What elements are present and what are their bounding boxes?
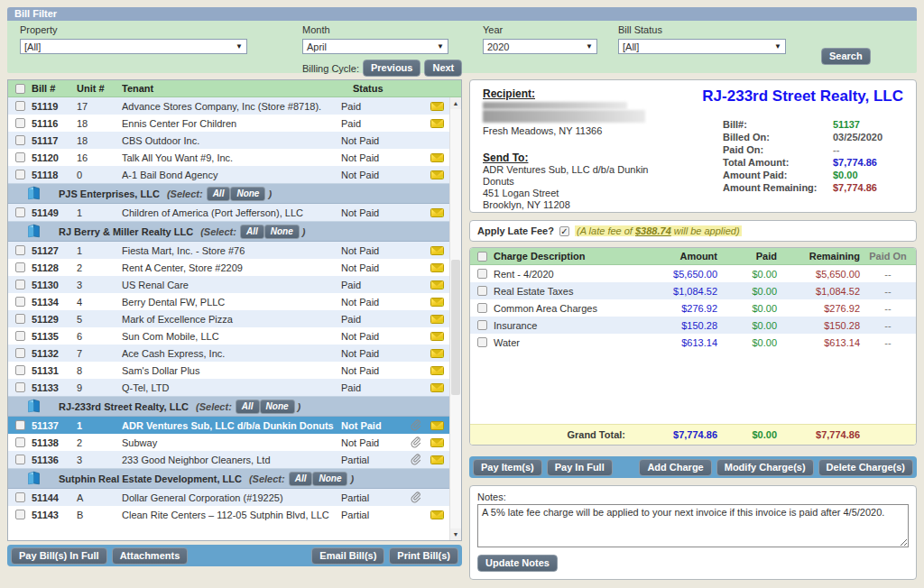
- email-envelope-icon[interactable]: [430, 366, 444, 375]
- table-row[interactable]: 51134 4 Berry Dental FW, PLLC Not Paid: [8, 293, 449, 310]
- charge-checkbox[interactable]: [477, 320, 487, 330]
- email-envelope-icon[interactable]: [430, 246, 444, 255]
- table-row[interactable]: 51128 2 Rent A Center, Store #2209 Not P…: [8, 259, 449, 276]
- email-envelope-icon[interactable]: [430, 332, 444, 341]
- bill-list-scrollbar[interactable]: ▲ ▼: [449, 97, 461, 540]
- search-button[interactable]: Search: [821, 48, 871, 65]
- row-checkbox[interactable]: [15, 455, 25, 464]
- email-envelope-icon[interactable]: [430, 315, 444, 324]
- table-row[interactable]: 51138 2 Subway Not Paid: [8, 434, 449, 451]
- email-envelope-icon[interactable]: [430, 102, 444, 111]
- table-row[interactable]: 51118 0 A-1 Bail Bond Agency Not Paid: [8, 166, 449, 183]
- charge-row[interactable]: Water $613.14 $0.00 $613.14 --: [470, 334, 916, 351]
- table-row[interactable]: 51130 3 US Renal Care Paid: [8, 276, 449, 293]
- attachments-button[interactable]: Attachments: [112, 547, 189, 565]
- pay-bills-in-full-button[interactable]: Pay Bill(s) In Full: [11, 547, 107, 565]
- scroll-down-arrow-icon[interactable]: ▼: [450, 528, 461, 540]
- select-all-button[interactable]: All: [289, 472, 313, 486]
- table-row[interactable]: 51133 9 Q-Tel, LTD Paid: [8, 379, 449, 396]
- charge-row[interactable]: Real Estate Taxes $1,084.52 $0.00 $1,084…: [470, 282, 916, 299]
- email-envelope-icon[interactable]: [430, 455, 444, 464]
- property-select[interactable]: [All] ▼: [20, 39, 247, 54]
- billing-cycle-next-button[interactable]: Next: [424, 60, 462, 77]
- table-row[interactable]: 51127 1 Fiesta Mart, Inc. - Store #76 No…: [8, 242, 449, 259]
- charge-row[interactable]: Rent - 4/2020 $5,650.00 $0.00 $5,650.00 …: [470, 265, 916, 282]
- email-envelope-icon[interactable]: [430, 298, 444, 307]
- email-envelope-icon[interactable]: [430, 383, 444, 392]
- table-row[interactable]: 51117 18 CBS Outdoor Inc. Not Paid: [8, 132, 449, 149]
- table-row[interactable]: 51135 6 Sun Com Mobile, LLC Not Paid: [8, 327, 449, 345]
- pay-items-button[interactable]: Pay Item(s): [473, 459, 542, 476]
- row-checkbox[interactable]: [15, 437, 25, 447]
- table-row[interactable]: 51137 1 ADR Ventures Sub, LLC d/b/a Dunk…: [8, 417, 449, 434]
- pay-in-full-button[interactable]: Pay In Full: [547, 459, 613, 476]
- month-select[interactable]: April ▼: [302, 39, 448, 54]
- row-checkbox[interactable]: [15, 118, 25, 128]
- table-row[interactable]: 51143 B Clean Rite Centers – 112-05 Sutp…: [8, 506, 449, 523]
- row-checkbox[interactable]: [15, 101, 25, 111]
- row-checkbox[interactable]: [15, 314, 25, 324]
- update-notes-button[interactable]: Update Notes: [477, 555, 558, 572]
- billing-cycle-previous-button[interactable]: Previous: [363, 60, 420, 77]
- select-all-button[interactable]: All: [240, 225, 264, 239]
- row-checkbox[interactable]: [15, 420, 25, 430]
- email-envelope-icon[interactable]: [430, 421, 444, 430]
- select-none-button[interactable]: None: [260, 400, 295, 414]
- row-checkbox[interactable]: [15, 382, 25, 392]
- charge-checkbox[interactable]: [477, 303, 487, 313]
- charge-checkbox[interactable]: [477, 286, 487, 296]
- row-checkbox[interactable]: [15, 280, 25, 289]
- row-checkbox[interactable]: [15, 331, 25, 341]
- charge-checkbox[interactable]: [477, 269, 487, 279]
- select-none-button[interactable]: None: [264, 225, 300, 239]
- add-charge-button[interactable]: Add Charge: [639, 459, 711, 476]
- row-checkbox[interactable]: [15, 207, 25, 217]
- email-envelope-icon[interactable]: [430, 510, 444, 519]
- print-bills-button[interactable]: Print Bill(s): [389, 547, 458, 565]
- charge-checkbox[interactable]: [477, 337, 487, 347]
- email-envelope-icon[interactable]: [430, 153, 444, 162]
- select-all-button[interactable]: All: [236, 400, 260, 414]
- notes-textarea[interactable]: [477, 504, 909, 547]
- email-envelope-icon[interactable]: [430, 263, 444, 272]
- row-checkbox[interactable]: [15, 492, 25, 502]
- email-envelope-icon[interactable]: [430, 438, 444, 447]
- scrollbar-thumb[interactable]: [451, 260, 460, 395]
- email-envelope-icon[interactable]: [430, 280, 444, 289]
- modify-charges-button[interactable]: Modify Charge(s): [716, 459, 814, 476]
- table-row[interactable]: 51119 17 Advance Stores Company, Inc (St…: [8, 97, 449, 115]
- email-envelope-icon[interactable]: [430, 349, 444, 358]
- select-all-button[interactable]: All: [207, 187, 231, 201]
- row-checkbox[interactable]: [15, 135, 25, 145]
- table-row[interactable]: 51116 18 Ennis Center For Children Paid: [8, 115, 449, 132]
- charge-row[interactable]: Insurance $150.28 $0.00 $150.28 --: [470, 317, 916, 334]
- email-envelope-icon[interactable]: [430, 119, 444, 128]
- row-checkbox[interactable]: [15, 152, 25, 162]
- row-checkbox[interactable]: [15, 348, 25, 358]
- table-row[interactable]: 51132 7 Ace Cash Express, Inc. Not Paid: [8, 345, 449, 362]
- table-row[interactable]: 51144 A Dollar General Corporation (#192…: [8, 489, 449, 506]
- select-none-button[interactable]: None: [312, 472, 347, 486]
- year-select[interactable]: 2020 ▼: [483, 39, 597, 54]
- delete-charges-button[interactable]: Delete Charge(s): [818, 459, 913, 476]
- table-row[interactable]: 51136 3 233 Good Neighbor Cleaners, Ltd …: [8, 451, 449, 468]
- table-row[interactable]: 51129 5 Mark of Excellence Pizza Paid: [8, 310, 449, 327]
- select-all-checkbox[interactable]: [15, 84, 25, 94]
- scroll-up-arrow-icon[interactable]: ▲: [450, 97, 461, 109]
- select-none-button[interactable]: None: [230, 187, 265, 201]
- row-checkbox[interactable]: [15, 262, 25, 272]
- select-all-charges-checkbox[interactable]: [477, 252, 487, 262]
- email-bills-button[interactable]: Email Bill(s): [311, 547, 384, 565]
- bill-status-select[interactable]: [All] ▼: [618, 39, 786, 54]
- row-checkbox[interactable]: [15, 510, 25, 519]
- charge-row[interactable]: Common Area Charges $276.92 $0.00 $276.9…: [470, 299, 916, 317]
- table-row[interactable]: 51131 8 Sam's Dollar Plus Not Paid: [8, 362, 449, 379]
- row-checkbox[interactable]: [15, 365, 25, 375]
- apply-late-fee-checkbox[interactable]: ✓: [559, 226, 569, 236]
- row-checkbox[interactable]: [15, 297, 25, 307]
- row-checkbox[interactable]: [15, 245, 25, 255]
- table-row[interactable]: 51120 16 Talk All You Want #9, Inc. Not …: [8, 149, 449, 166]
- email-envelope-icon[interactable]: [430, 208, 444, 217]
- row-checkbox[interactable]: [15, 170, 25, 179]
- table-row[interactable]: 51149 1 Children of America (Port Jeffer…: [8, 204, 449, 221]
